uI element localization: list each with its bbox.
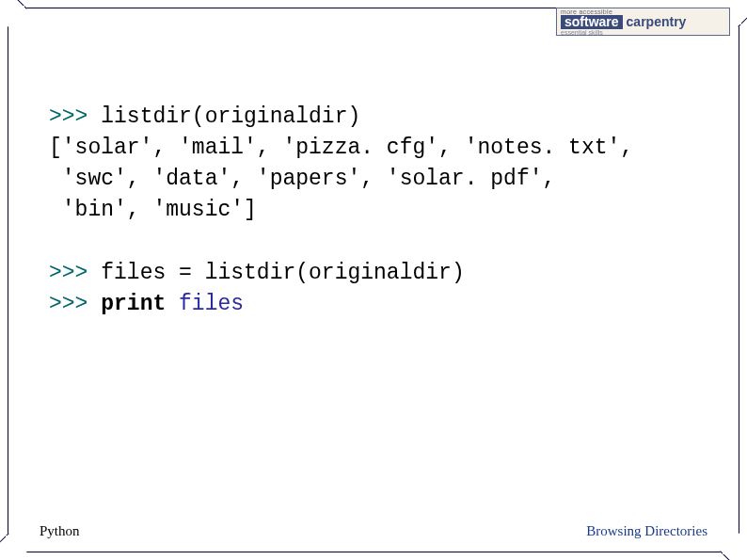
prompt: >>> xyxy=(49,104,87,129)
software-carpentry-logo: more accessible software carpentry essen… xyxy=(556,8,730,36)
code-line-1: listdir(originaldir) xyxy=(87,104,360,129)
logo-tagline-bottom: essential skills xyxy=(561,29,725,36)
output-line-1: ['solar', 'mail', 'pizza. cfg', 'notes. … xyxy=(49,136,633,160)
logo-word-software: software xyxy=(561,15,623,29)
code-line-2: files = listdir(originaldir) xyxy=(87,261,464,285)
logo-word-carpentry: carpentry xyxy=(627,15,687,28)
keyword-print: print xyxy=(101,292,166,316)
code-block: >>> listdir(originaldir) ['solar', 'mail… xyxy=(49,102,698,320)
output-line-3: 'bin', 'music'] xyxy=(49,198,257,222)
prompt: >>> xyxy=(49,261,87,285)
output-line-2: 'swc', 'data', 'papers', 'solar. pdf', xyxy=(49,167,555,191)
prompt: >>> xyxy=(49,292,87,316)
footer-left: Python xyxy=(40,523,80,539)
variable-files: files xyxy=(166,292,244,316)
footer-right: Browsing Directories xyxy=(586,523,707,539)
